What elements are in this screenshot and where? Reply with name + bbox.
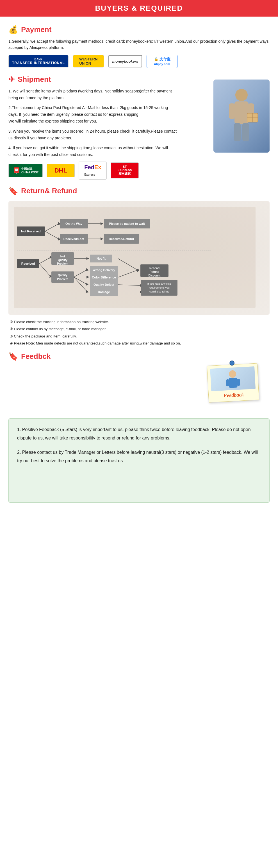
note-1: ① Please check the tracking in formation… — [8, 319, 270, 325]
dhl-logo: DHL — [47, 164, 75, 177]
sf-express-logo: SFEXPRESS顺丰速运 — [111, 162, 139, 179]
svg-point-79 — [229, 370, 237, 378]
flowchart-inner: Not Received On the Way Please be patien… — [14, 207, 264, 309]
svg-rect-43 — [51, 272, 74, 283]
svg-text:Quality: Quality — [58, 258, 67, 261]
shipment-points: 1. We will sent the items within 2-5days… — [8, 88, 182, 158]
shipping-logos-row: 📮 中国邮政CHINA POST DHL FedExExpress SFEXPR… — [8, 162, 270, 180]
svg-text:Not Received: Not Received — [21, 229, 41, 233]
china-post-text: 中国邮政CHINA POST — [21, 167, 38, 174]
svg-text:Received: Received — [21, 262, 35, 265]
fedex-text: FedExExpress — [84, 164, 101, 177]
svg-text:requirements you: requirements you — [149, 286, 169, 289]
fedex-logo: FedExExpress — [79, 162, 107, 180]
bank-transfer-line1: BANK — [34, 58, 42, 61]
svg-rect-4 — [234, 123, 241, 141]
svg-text:Not: Not — [60, 255, 65, 258]
note-4: ④ Please Note: Men made defects are not … — [8, 341, 270, 346]
svg-text:Please be patient to wait: Please be patient to wait — [109, 222, 145, 225]
svg-rect-81 — [226, 379, 230, 386]
svg-rect-2 — [229, 103, 235, 119]
bank-transfer-logo: BANK TRANSFER INTERNATIONAL — [8, 55, 69, 67]
moneybookers-logo: moneybookers — [108, 55, 142, 67]
feedback-title-text: Feedbck — [21, 352, 51, 361]
svg-rect-1 — [235, 101, 248, 124]
flowchart-svg: Not Received On the Way Please be patien… — [14, 207, 255, 308]
svg-text:Discount: Discount — [148, 274, 161, 277]
feedback-label: Feedback — [211, 391, 256, 399]
shipment-icon: ✈ — [8, 75, 15, 84]
return-notes-list: ① Please check the tracking in formation… — [8, 319, 270, 346]
feedback-image-area: Feedback — [8, 365, 270, 415]
payment-description: 1.Generally, we accept the following pay… — [8, 38, 270, 51]
return-section-title: 🔖 Return& Refund — [8, 186, 270, 195]
svg-text:could also tell us: could also tell us — [149, 290, 169, 293]
shipment-title-text: Shipment — [18, 75, 51, 84]
svg-point-0 — [235, 89, 248, 101]
svg-text:Received/Refund: Received/Refund — [109, 237, 134, 241]
page-header: BUYERS & REQUIRED — [0, 0, 278, 17]
svg-text:Quality: Quality — [58, 274, 67, 277]
alipay-text: 🔒 支付宝Alipay.com — [154, 57, 170, 66]
note-2: ② Please contact us by meesage, e-mail, … — [8, 326, 270, 332]
dhl-text: DHL — [55, 167, 67, 174]
svg-text:Wrong Delivery: Wrong Delivery — [93, 268, 115, 272]
svg-rect-82 — [237, 378, 240, 386]
feedback-icon: 🔖 — [8, 352, 18, 361]
return-title-text: Return& Refund — [21, 187, 77, 195]
western-union-text: WESTERNUNION — [79, 57, 98, 65]
svg-rect-5 — [242, 123, 249, 141]
feedback-card-decoration: Feedback — [207, 361, 259, 405]
sf-express-text: SFEXPRESS顺丰速运 — [117, 165, 132, 176]
person-svg — [223, 85, 260, 147]
main-content: 💰 Payment 1.Generally, we accept the fol… — [0, 17, 278, 508]
svg-text:Not fit: Not fit — [97, 257, 106, 260]
return-icon: 🔖 — [8, 186, 18, 195]
svg-text:Resend: Resend — [149, 267, 160, 270]
svg-text:Color Difference: Color Difference — [92, 276, 116, 279]
shipment-point-3: 3. When you receive the items you ordere… — [8, 128, 177, 142]
feedback-person-svg — [224, 368, 242, 390]
china-post-logo: 📮 中国邮政CHINA POST — [8, 164, 43, 177]
feedback-section-title: 🔖 Feedbck — [8, 352, 270, 361]
moneybookers-text: moneybookers — [112, 59, 138, 63]
shipment-point-1: 1. We will sent the items within 2-5days… — [8, 88, 177, 101]
shipment-point-2: 2.The shipment by China Post Registered … — [8, 104, 177, 124]
shipment-image — [213, 80, 270, 153]
svg-text:Refund: Refund — [150, 270, 159, 273]
svg-text:Quality Defect: Quality Defect — [94, 283, 114, 286]
feedback-card: 1. Positive Feedback (5 Stars) is very i… — [8, 418, 270, 503]
flowchart-container: Not Received On the Way Please be patien… — [8, 201, 270, 315]
svg-text:Damage: Damage — [98, 290, 110, 293]
payment-icon: 💰 — [8, 25, 18, 34]
payment-title-text: Payment — [21, 25, 51, 34]
western-union-logo: WESTERNUNION — [73, 55, 104, 67]
svg-text:Problem: Problem — [57, 262, 68, 265]
payment-logos-row: BANK TRANSFER INTERNATIONAL WESTERNUNION… — [8, 55, 270, 68]
shipment-point-4: 4. If you have not got it within the shi… — [8, 145, 177, 158]
svg-text:If you have any else: If you have any else — [147, 282, 171, 285]
svg-text:Problem: Problem — [57, 278, 68, 281]
bank-transfer-line2: TRANSFER INTERNATIONAL — [12, 61, 65, 65]
alipay-logo: 🔒 支付宝Alipay.com — [147, 55, 177, 68]
svg-rect-80 — [229, 378, 238, 388]
feedback-point-1: 1. Positive Feedback (5 Stars) is very i… — [17, 426, 261, 442]
feedback-point-2: 2. Please contact us by Trade Manager or… — [17, 448, 261, 465]
feedback-section: 🔖 Feedbck — [8, 352, 270, 503]
svg-text:On the Way: On the Way — [65, 222, 82, 225]
shipment-wrapper: 1. We will sent the items within 2-5days… — [8, 88, 270, 158]
payment-section-title: 💰 Payment — [8, 25, 270, 34]
note-3: ③ Check the package and Item, carefully. — [8, 334, 270, 339]
svg-text:Received/Lost: Received/Lost — [64, 237, 84, 241]
